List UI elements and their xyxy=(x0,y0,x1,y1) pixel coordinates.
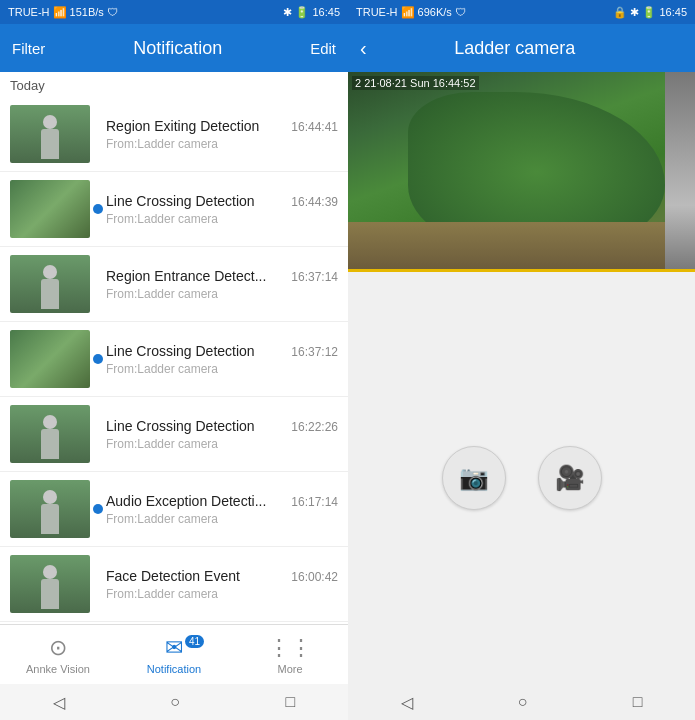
recent-nav-icon-right[interactable]: □ xyxy=(633,693,643,711)
notif-title-5: Line Crossing Detection xyxy=(106,418,255,434)
camera-yellow-strip xyxy=(348,269,695,272)
notif-title-1: Region Exiting Detection xyxy=(106,118,259,134)
notif-time-5: 16:22:26 xyxy=(291,420,338,434)
notif-item-8[interactable]: Audio Exception Detecti... 06:08:38 From… xyxy=(0,622,348,624)
home-nav-icon-right[interactable]: ○ xyxy=(518,693,528,711)
notif-top-row-3: Region Entrance Detect... 16:37:14 xyxy=(106,268,338,284)
unread-dot-2 xyxy=(93,204,103,214)
notif-item-4[interactable]: Line Crossing Detection 16:37:12 From:La… xyxy=(0,322,348,397)
notif-thumb-6 xyxy=(10,480,90,538)
status-right-info: ✱ 🔋 16:45 xyxy=(283,6,340,19)
recent-nav-icon-left[interactable]: □ xyxy=(286,693,296,711)
notif-content-5: Line Crossing Detection 16:22:26 From:La… xyxy=(106,418,338,451)
back-button[interactable]: ‹ xyxy=(360,37,367,60)
edit-button[interactable]: Edit xyxy=(310,40,336,57)
notif-thumb-5 xyxy=(10,405,90,463)
camera-timestamp: 2 21·08·21 Sun 16:44:52 xyxy=(352,76,479,90)
data-speed-left: 151B/s xyxy=(70,6,104,18)
shield-icon: 🛡 xyxy=(107,6,118,18)
sys-nav-right: ◁ ○ □ xyxy=(348,684,695,720)
notif-source-6: From:Ladder camera xyxy=(106,512,338,526)
status-bar-right: TRUE-H 📶 696K/s 🛡 🔒 ✱ 🔋 16:45 xyxy=(348,0,695,24)
bottom-nav: ⊙ Annke Vision ✉ 41 Notification ⋮⋮ More xyxy=(0,624,348,684)
annke-vision-label: Annke Vision xyxy=(26,663,90,675)
notif-time-6: 16:17:14 xyxy=(291,495,338,509)
notif-item-1[interactable]: Region Exiting Detection 16:44:41 From:L… xyxy=(0,97,348,172)
notification-badge: 41 xyxy=(185,635,204,648)
notif-top-row-1: Region Exiting Detection 16:44:41 xyxy=(106,118,338,134)
camera-icon: 📷 xyxy=(459,464,489,492)
video-icon: 🎥 xyxy=(555,464,585,492)
more-label: More xyxy=(277,663,302,675)
notif-top-row-6: Audio Exception Detecti... 16:17:14 xyxy=(106,493,338,509)
notif-content-2: Line Crossing Detection 16:44:39 From:La… xyxy=(106,193,338,226)
time-left: 16:45 xyxy=(312,6,340,18)
nav-item-more[interactable]: ⋮⋮ More xyxy=(232,635,348,675)
back-nav-icon-left[interactable]: ◁ xyxy=(53,693,65,712)
notif-source-3: From:Ladder camera xyxy=(106,287,338,301)
camera-fence xyxy=(665,72,695,272)
time-right: 16:45 xyxy=(659,6,687,18)
notif-source-4: From:Ladder camera xyxy=(106,362,338,376)
notif-item-6[interactable]: Audio Exception Detecti... 16:17:14 From… xyxy=(0,472,348,547)
notif-item-7[interactable]: Face Detection Event 16:00:42 From:Ladde… xyxy=(0,547,348,622)
notif-thumb-4 xyxy=(10,330,90,388)
notif-item-3[interactable]: Region Entrance Detect... 16:37:14 From:… xyxy=(0,247,348,322)
screenshot-button[interactable]: 📷 xyxy=(442,446,506,510)
notif-item-2[interactable]: Line Crossing Detection 16:44:39 From:La… xyxy=(0,172,348,247)
back-nav-icon-right[interactable]: ◁ xyxy=(401,693,413,712)
notif-title-3: Region Entrance Detect... xyxy=(106,268,266,284)
notification-label: Notification xyxy=(147,663,201,675)
notif-thumb-1 xyxy=(10,105,90,163)
notif-thumb-2 xyxy=(10,180,90,238)
camera-ground xyxy=(348,222,665,272)
top-bar-left: Filter Notification Edit xyxy=(0,24,348,72)
notif-time-4: 16:37:12 xyxy=(291,345,338,359)
notif-title-6: Audio Exception Detecti... xyxy=(106,493,266,509)
sys-nav-left: ◁ ○ □ xyxy=(0,684,348,720)
notif-source-7: From:Ladder camera xyxy=(106,587,338,601)
unread-dot-4 xyxy=(93,354,103,364)
notif-item-5[interactable]: Line Crossing Detection 16:22:26 From:La… xyxy=(0,397,348,472)
carrier-left: TRUE-H xyxy=(8,6,50,18)
notif-content-1: Region Exiting Detection 16:44:41 From:L… xyxy=(106,118,338,151)
camera-title: Ladder camera xyxy=(379,38,651,59)
notification-list: Region Exiting Detection 16:44:41 From:L… xyxy=(0,97,348,624)
bluetooth-icon-right: ✱ xyxy=(630,6,639,19)
notif-time-7: 16:00:42 xyxy=(291,570,338,584)
camera-feed: 2 21·08·21 Sun 16:44:52 xyxy=(348,72,695,272)
record-button[interactable]: 🎥 xyxy=(538,446,602,510)
notif-content-7: Face Detection Event 16:00:42 From:Ladde… xyxy=(106,568,338,601)
carrier-right: TRUE-H xyxy=(356,6,398,18)
filter-button[interactable]: Filter xyxy=(12,40,45,57)
data-speed-right: 696K/s xyxy=(418,6,452,18)
notif-thumb-3 xyxy=(10,255,90,313)
today-label: Today xyxy=(0,72,348,97)
home-nav-icon-left[interactable]: ○ xyxy=(170,693,180,711)
shield-icon-right: 🛡 xyxy=(455,6,466,18)
battery-left: 🔋 xyxy=(295,6,309,19)
nav-item-notification[interactable]: ✉ 41 Notification xyxy=(116,635,232,675)
notif-time-3: 16:37:14 xyxy=(291,270,338,284)
more-icon: ⋮⋮ xyxy=(268,635,312,661)
notif-thumb-7 xyxy=(10,555,90,613)
notif-title-7: Face Detection Event xyxy=(106,568,240,584)
notif-content-6: Audio Exception Detecti... 16:17:14 From… xyxy=(106,493,338,526)
notif-source-1: From:Ladder camera xyxy=(106,137,338,151)
notif-source-2: From:Ladder camera xyxy=(106,212,338,226)
notif-title-4: Line Crossing Detection xyxy=(106,343,255,359)
nav-item-annke[interactable]: ⊙ Annke Vision xyxy=(0,635,116,675)
left-panel: TRUE-H 📶 151B/s 🛡 ✱ 🔋 16:45 Filter Notif… xyxy=(0,0,348,720)
notification-icon: ✉ xyxy=(165,635,183,661)
status-bar-left: TRUE-H 📶 151B/s 🛡 ✱ 🔋 16:45 xyxy=(0,0,348,24)
right-panel: TRUE-H 📶 696K/s 🛡 🔒 ✱ 🔋 16:45 ‹ Ladder c… xyxy=(348,0,695,720)
annke-vision-icon: ⊙ xyxy=(49,635,67,661)
notif-source-5: From:Ladder camera xyxy=(106,437,338,451)
notif-content-4: Line Crossing Detection 16:37:12 From:La… xyxy=(106,343,338,376)
notification-title: Notification xyxy=(133,38,222,59)
signal-icon: 📶 xyxy=(53,6,67,19)
battery-right: 🔋 xyxy=(642,6,656,19)
notif-title-2: Line Crossing Detection xyxy=(106,193,255,209)
bluetooth-icon: ✱ xyxy=(283,6,292,19)
notif-top-row-5: Line Crossing Detection 16:22:26 xyxy=(106,418,338,434)
